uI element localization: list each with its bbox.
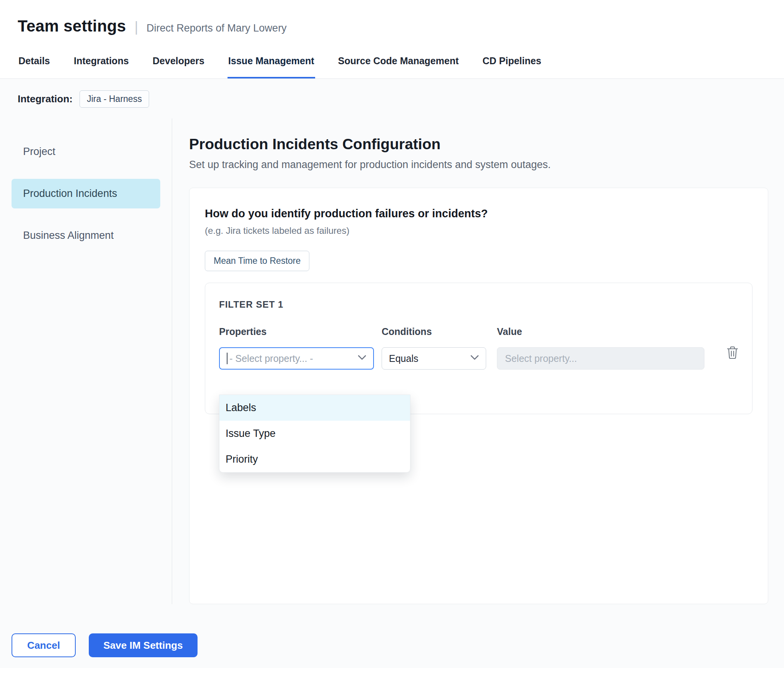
section-title: Production Incidents Configuration <box>189 136 768 153</box>
tab-developers[interactable]: Developers <box>152 45 205 78</box>
conditions-column-label: Conditions <box>382 326 486 337</box>
section-subtitle: Set up tracking and management for produ… <box>189 159 768 171</box>
content-area: Project Production Incidents Business Al… <box>0 118 784 604</box>
main-panel: Production Incidents Configuration Set u… <box>172 118 784 604</box>
value-column: Value <box>497 326 704 370</box>
page-title: Team settings <box>18 17 126 35</box>
delete-filter-button[interactable] <box>727 346 738 360</box>
integration-row: Integration: Jira - Harness <box>0 79 784 118</box>
value-input[interactable] <box>497 347 704 370</box>
dropdown-option-issue-type[interactable]: Issue Type <box>219 421 410 446</box>
property-select[interactable]: - Select property... - <box>219 347 374 370</box>
value-column-label: Value <box>497 326 704 337</box>
tab-integrations[interactable]: Integrations <box>73 45 130 78</box>
cancel-button[interactable]: Cancel <box>12 633 76 657</box>
sidebar-item-project[interactable]: Project <box>12 137 160 167</box>
page-header: Team settings | Direct Reports of Mary L… <box>0 0 784 45</box>
footer-actions: Cancel Save IM Settings <box>0 604 784 668</box>
save-im-settings-button[interactable]: Save IM Settings <box>89 633 198 657</box>
sidebar-item-business-alignment[interactable]: Business Alignment <box>12 221 160 250</box>
tab-details[interactable]: Details <box>18 45 51 78</box>
tab-bar: Details Integrations Developers Issue Ma… <box>0 45 784 79</box>
integration-label: Integration: <box>18 93 73 105</box>
integration-chip[interactable]: Jira - Harness <box>80 90 149 108</box>
trash-icon <box>727 355 738 360</box>
incidents-config-card: How do you identify production failures … <box>189 188 768 604</box>
dropdown-option-labels[interactable]: Labels <box>219 395 410 421</box>
dropdown-option-priority[interactable]: Priority <box>219 446 410 472</box>
chevron-down-icon <box>358 355 366 362</box>
text-caret <box>227 353 228 364</box>
settings-sidebar: Project Production Incidents Business Al… <box>0 118 172 604</box>
tab-source-code-management[interactable]: Source Code Management <box>337 45 460 78</box>
conditions-column: Conditions Equals <box>382 326 486 370</box>
filter-set-title: FILTER SET 1 <box>219 299 738 310</box>
filter-row: Properties - Select property... - Labels… <box>219 326 738 370</box>
condition-select[interactable]: Equals <box>382 347 486 370</box>
identify-question: How do you identify production failures … <box>205 207 752 220</box>
chevron-down-icon <box>470 355 479 362</box>
property-dropdown: Labels Issue Type Priority <box>219 395 410 473</box>
properties-column-label: Properties <box>219 326 374 337</box>
filter-set-box: FILTER SET 1 Properties - Select propert… <box>205 283 752 414</box>
property-select-placeholder: - Select property... - <box>229 353 354 364</box>
metric-tab-mean-time-to-restore[interactable]: Mean Time to Restore <box>205 251 309 271</box>
title-separator: | <box>135 19 138 35</box>
identify-hint: (e.g. Jira tickets labeled as failures) <box>205 225 752 236</box>
page-subtitle: Direct Reports of Mary Lowery <box>146 22 287 34</box>
properties-column: Properties - Select property... - Labels… <box>219 326 374 370</box>
condition-select-value: Equals <box>389 353 467 364</box>
tab-issue-management[interactable]: Issue Management <box>228 45 315 78</box>
tab-cd-pipelines[interactable]: CD Pipelines <box>482 45 542 78</box>
sidebar-item-production-incidents[interactable]: Production Incidents <box>12 179 160 208</box>
